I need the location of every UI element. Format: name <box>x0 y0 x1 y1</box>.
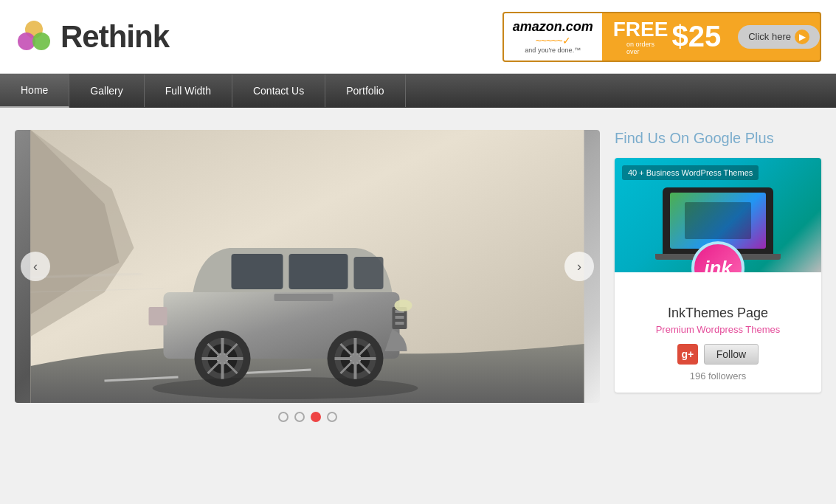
main-content: ‹ › Find Us On Google Plus 40 + Business… <box>0 108 836 453</box>
ad-amazon-section: amazon.com ~~~~~✓ and you're done.™ <box>504 13 602 61</box>
svg-rect-15 <box>395 322 404 325</box>
amazon-smile-icon: ~~~~~✓ <box>536 35 570 46</box>
gplus-card: 40 + Business WordPress Themes ink <box>615 158 821 393</box>
svg-point-16 <box>395 300 412 311</box>
nav-item-home[interactable]: Home <box>0 74 69 108</box>
slider-dot-4[interactable] <box>327 412 337 422</box>
click-here-label: Click here <box>748 31 791 42</box>
gplus-page-name: InkThemes Page <box>626 305 810 321</box>
svg-rect-11 <box>354 257 384 289</box>
slider-dots <box>15 403 600 431</box>
gplus-avatar: ink <box>691 241 745 272</box>
site-title: Rethink <box>61 19 169 55</box>
gplus-section-title: Find Us On Google Plus <box>615 130 821 147</box>
page-header: Rethink amazon.com ~~~~~✓ and you're don… <box>0 0 836 74</box>
logo-icon <box>15 18 53 56</box>
nav-item-contactus[interactable]: Contact Us <box>232 75 325 107</box>
gplus-follow-row: g+ Follow <box>626 344 810 365</box>
arrow-icon: ▶ <box>795 30 809 44</box>
free-sub: on ordersover <box>626 41 654 56</box>
slider-dot-3[interactable] <box>311 412 321 422</box>
svg-rect-35 <box>274 294 334 301</box>
nav-item-gallery[interactable]: Gallery <box>69 75 144 107</box>
click-here-button[interactable]: Click here ▶ <box>738 25 820 49</box>
slider-dot-1[interactable] <box>278 412 289 422</box>
sidebar: Find Us On Google Plus 40 + Business Wor… <box>615 130 821 431</box>
slider-next-button[interactable]: › <box>564 252 594 281</box>
nav-item-fullwidth[interactable]: Full Width <box>145 75 232 107</box>
dollar-amount: $25 <box>671 20 721 53</box>
gplus-card-body: InkThemes Page Premium Wordpress Themes … <box>615 272 821 393</box>
gplus-banner-text: 40 + Business WordPress Themes <box>622 165 759 180</box>
gplus-banner: 40 + Business WordPress Themes ink <box>615 158 821 272</box>
slider-prev-button[interactable]: ‹ <box>21 252 50 281</box>
logo-area: Rethink <box>15 18 169 56</box>
svg-rect-14 <box>395 316 404 319</box>
followers-count: 196 followers <box>626 370 810 382</box>
image-slider: ‹ › <box>15 130 600 431</box>
ad-banner[interactable]: amazon.com ~~~~~✓ and you're done.™ FREE… <box>502 12 821 62</box>
nav-item-portfolio[interactable]: Portfolio <box>325 75 405 107</box>
amazon-logo: amazon.com <box>513 19 593 35</box>
gplus-avatar-wrapper: ink <box>691 241 745 272</box>
google-plus-icon: g+ <box>677 344 698 365</box>
free-text: FREE <box>613 18 669 41</box>
follow-button[interactable]: Follow <box>704 344 759 365</box>
svg-rect-9 <box>232 254 283 289</box>
slider-dot-2[interactable] <box>294 412 305 422</box>
slider-svg <box>15 130 600 403</box>
amazon-tagline: and you're done.™ <box>525 46 581 54</box>
svg-point-2 <box>32 32 50 50</box>
slider-image: ‹ › <box>15 130 600 403</box>
svg-point-34 <box>153 377 418 399</box>
svg-rect-17 <box>149 307 167 325</box>
ad-free-section: FREE on ordersover $25 <box>602 12 732 62</box>
gplus-page-subtitle: Premium Wordpress Themes <box>626 324 810 335</box>
main-nav: Home Gallery Full Width Contact Us Portf… <box>0 74 836 108</box>
svg-rect-10 <box>289 254 348 289</box>
